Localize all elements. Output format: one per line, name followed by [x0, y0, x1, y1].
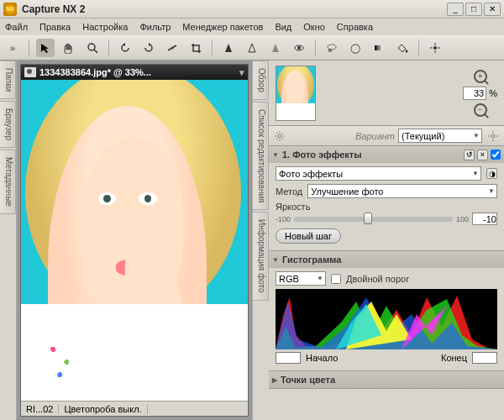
zoom-unit: %	[489, 88, 497, 98]
delete-button[interactable]: ×	[477, 150, 488, 160]
maximize-button[interactable]: □	[465, 3, 482, 16]
tab-folders[interactable]: Папки	[0, 60, 16, 99]
arrow-tool[interactable]	[36, 39, 55, 57]
histogram-display	[276, 289, 497, 349]
zoom-in-button[interactable]: +	[474, 70, 487, 83]
start-swatch[interactable]	[276, 352, 301, 364]
svg-point-9	[406, 50, 408, 53]
app-icon: NX	[3, 3, 17, 16]
svg-point-10	[433, 46, 437, 50]
tab-browser[interactable]: Браузер	[0, 101, 16, 148]
method-label: Метод	[276, 186, 302, 197]
close-button[interactable]: ✕	[484, 3, 501, 16]
tab-edit-list[interactable]: Список редактирования	[253, 102, 269, 210]
menu-view[interactable]: Вид	[275, 22, 291, 32]
lasso-tool[interactable]	[323, 39, 341, 57]
document-statusbar: RI...02 Цветопроба выкл.	[21, 401, 248, 416]
menu-filter[interactable]: Фильтр	[139, 22, 171, 32]
svg-rect-8	[375, 45, 383, 50]
thumbnail[interactable]	[276, 66, 316, 121]
svg-point-24	[491, 134, 495, 138]
left-sidebar-tabs: Папки Браузер Метаданные	[0, 60, 17, 420]
svg-point-5	[297, 46, 301, 50]
reset-button[interactable]: ↺	[464, 150, 475, 160]
end-label: Конец	[441, 353, 467, 363]
collapse-icon: ▼	[272, 256, 279, 264]
rotate-ccw-tool[interactable]	[116, 39, 134, 57]
menu-edit[interactable]: Правка	[39, 22, 71, 32]
svg-line-20	[276, 133, 278, 134]
control-point-tool[interactable]	[426, 39, 444, 57]
menu-help[interactable]: Справка	[337, 22, 373, 32]
window-title: Capture NX 2	[22, 3, 447, 15]
status-file: RI...02	[21, 404, 59, 414]
effects-enable-checkbox[interactable]	[491, 150, 501, 160]
zoom-input[interactable]	[463, 87, 486, 100]
svg-point-0	[88, 44, 95, 50]
end-swatch[interactable]	[472, 352, 497, 364]
selection-brush-tool[interactable]: ◯	[346, 39, 365, 57]
gear-icon[interactable]	[274, 130, 286, 142]
collapse-icon: ▼	[272, 151, 279, 159]
colorpoints-panel: ▶ Точки цвета	[269, 371, 504, 389]
svg-line-21	[282, 138, 284, 139]
svg-point-6	[328, 45, 336, 50]
brightness-slider[interactable]	[294, 217, 453, 222]
histogram-header[interactable]: ▼ Гистограмма	[269, 251, 504, 268]
expand-left-icon[interactable]: »	[3, 39, 22, 57]
document-titlebar: 1334383864.jpg* @ 33%... ▾	[21, 65, 248, 80]
threshold-checkbox[interactable]	[331, 274, 341, 284]
colorpoints-header[interactable]: ▶ Точки цвета	[269, 371, 504, 388]
zoom-out-button[interactable]: −	[474, 103, 487, 117]
start-label: Начало	[306, 353, 338, 363]
brightness-input[interactable]	[472, 213, 497, 225]
menu-batch[interactable]: Менеджер пакетов	[182, 22, 263, 32]
menu-settings[interactable]: Настройка	[82, 22, 128, 32]
document-title: 1334383864.jpg* @ 33%...	[39, 67, 151, 77]
threshold-label: Двойной порог	[346, 274, 409, 284]
effects-header[interactable]: ▼ 1. Фото эффекты ↺ ×	[269, 146, 504, 163]
tab-photo-info[interactable]: Информация фото	[253, 212, 269, 301]
canvas-area: 1334383864.jpg* @ 33%... ▾ RI...02 Цвето…	[17, 60, 252, 420]
hand-tool[interactable]	[60, 39, 78, 57]
right-sidebar-tabs: Обзор Список редактирования Информация ф…	[252, 60, 269, 420]
menu-window[interactable]: Окно	[303, 22, 325, 32]
straighten-tool[interactable]	[163, 39, 181, 57]
expand-icon: ▶	[272, 376, 277, 384]
tab-overview[interactable]: Обзор	[253, 60, 269, 100]
redeye-tool[interactable]	[290, 39, 308, 57]
svg-line-1	[94, 50, 97, 53]
gear-menu-icon[interactable]	[487, 130, 499, 142]
menu-file[interactable]: Файл	[5, 22, 28, 32]
main-toolbar: » ◯	[0, 35, 504, 60]
white-point-tool[interactable]	[243, 39, 261, 57]
gray-point-tool[interactable]	[266, 39, 285, 57]
histogram-panel: ▼ Гистограмма RGB▼ Двойной порог	[269, 251, 504, 371]
image-canvas[interactable]	[21, 80, 248, 401]
method-combo[interactable]: Улучшение фото▼	[307, 184, 497, 198]
zoom-tool[interactable]	[83, 39, 102, 57]
overview-panel: + % −	[269, 60, 504, 126]
variant-combo[interactable]: (Текущий)▼	[398, 129, 482, 143]
menu-bar: Файл Правка Настройка Фильтр Менеджер па…	[0, 18, 504, 35]
rotate-cw-tool[interactable]	[139, 39, 158, 57]
svg-point-7	[329, 50, 332, 52]
black-point-tool[interactable]	[219, 39, 238, 57]
fill-tool[interactable]	[393, 39, 412, 57]
minimize-button[interactable]: _	[447, 3, 464, 16]
new-step-button[interactable]: Новый шаг	[276, 228, 341, 244]
gradient-tool[interactable]	[370, 39, 388, 57]
tab-metadata[interactable]: Метаданные	[0, 150, 16, 214]
svg-point-15	[278, 134, 281, 138]
variant-row: Вариант (Текущий)▼	[269, 126, 504, 146]
document-close-button[interactable]: ▾	[239, 67, 244, 78]
brightness-label: Яркость	[276, 202, 497, 212]
histogram-channel-combo[interactable]: RGB▼	[276, 271, 326, 286]
status-softproof: Цветопроба выкл.	[59, 404, 147, 414]
effect-type-combo[interactable]: Фото эффекты▼	[276, 166, 481, 181]
camera-icon	[24, 67, 36, 77]
svg-line-23	[282, 133, 284, 134]
apply-icon[interactable]: ◑	[486, 168, 497, 179]
crop-tool[interactable]	[186, 39, 205, 57]
variant-label: Вариант	[355, 131, 395, 141]
